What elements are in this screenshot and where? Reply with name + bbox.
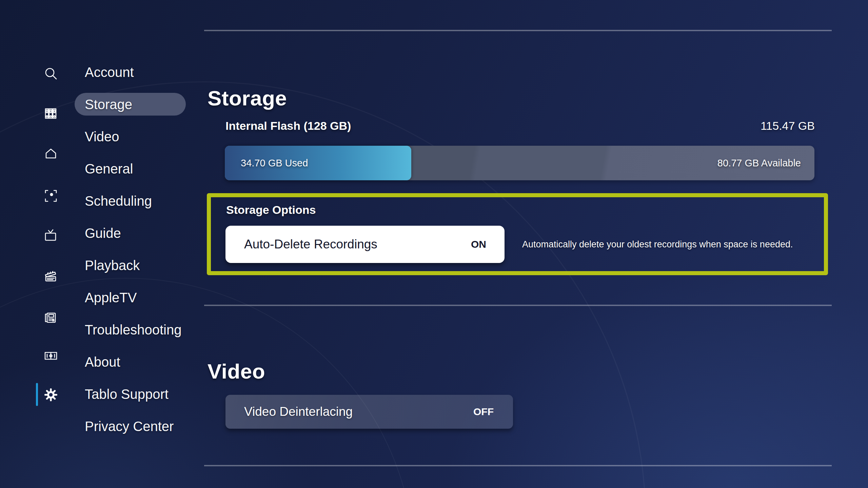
video-deinterlacing-state: OFF xyxy=(473,395,494,429)
sidebar-item-label: AppleTV xyxy=(85,282,137,313)
sidebar-item-privacy-center[interactable]: Privacy Center xyxy=(0,410,190,442)
auto-delete-label: Auto-Delete Recordings xyxy=(244,226,377,263)
sidebar-item-label: Playback xyxy=(85,249,140,281)
section-divider-bottom xyxy=(204,465,832,466)
sidebar-item-video[interactable]: Video xyxy=(0,121,190,152)
storage-section-title: Storage xyxy=(208,86,287,110)
sidebar-item-general[interactable]: General xyxy=(0,153,190,185)
sidebar-item-appletv[interactable]: AppleTV xyxy=(0,282,190,313)
sidebar-item-label: Account xyxy=(85,56,134,88)
video-deinterlacing-button[interactable]: Video Deinterlacing OFF xyxy=(225,395,513,429)
sidebar-item-guide[interactable]: Guide xyxy=(0,217,190,249)
sidebar-item-label: Troubleshooting xyxy=(85,314,181,346)
section-divider-middle xyxy=(204,305,832,306)
auto-delete-recordings-button[interactable]: Auto-Delete Recordings ON xyxy=(225,226,505,263)
storage-options-heading: Storage Options xyxy=(226,203,316,217)
video-section-title: Video xyxy=(208,359,265,383)
sidebar-item-label: Storage xyxy=(85,88,132,120)
sidebar-item-scheduling[interactable]: Scheduling xyxy=(0,185,190,217)
sidebar-item-label: Guide xyxy=(85,217,121,249)
auto-delete-state: ON xyxy=(471,226,486,263)
sidebar-item-account[interactable]: Account xyxy=(0,56,190,88)
sidebar-item-label: General xyxy=(85,153,133,185)
sidebar-item-tablo-support[interactable]: Tablo Support xyxy=(0,378,190,410)
sidebar-item-troubleshooting[interactable]: Troubleshooting xyxy=(0,314,190,346)
sidebar-item-label: Scheduling xyxy=(85,185,152,217)
video-deinterlacing-label: Video Deinterlacing xyxy=(244,395,353,429)
sidebar-item-storage[interactable]: Storage xyxy=(0,88,190,120)
settings-menu: AccountStorageVideoGeneralSchedulingGuid… xyxy=(0,0,197,488)
sidebar-item-playback[interactable]: Playback xyxy=(0,249,190,281)
storage-usage-bar: 34.70 GB Used 80.77 GB Available xyxy=(225,146,814,180)
auto-delete-description: Automatically delete your oldest recordi… xyxy=(522,226,793,263)
total-capacity-value: 115.47 GB xyxy=(564,119,815,133)
used-space-label: 34.70 GB Used xyxy=(241,146,308,180)
sidebar-item-label: Privacy Center xyxy=(85,410,174,442)
available-space-label: 80.77 GB Available xyxy=(717,146,801,180)
sidebar-item-label: Video xyxy=(85,121,119,152)
sidebar-item-label: About xyxy=(85,346,120,378)
section-divider-top xyxy=(204,30,832,31)
settings-screen: AccountStorageVideoGeneralSchedulingGuid… xyxy=(0,0,868,488)
internal-flash-label: Internal Flash (128 GB) xyxy=(225,119,351,133)
sidebar-item-about[interactable]: About xyxy=(0,346,190,378)
sidebar-item-label: Tablo Support xyxy=(85,378,169,410)
usage-bar-used: 34.70 GB Used xyxy=(225,146,411,180)
